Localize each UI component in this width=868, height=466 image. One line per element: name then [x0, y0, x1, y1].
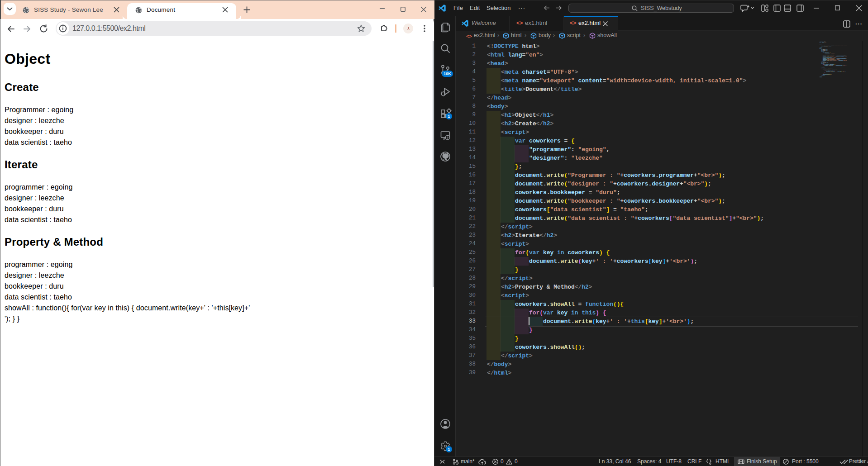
svg-text:<>: <>: [466, 34, 472, 39]
svg-text:<>: <>: [516, 20, 523, 27]
svg-text:<>: <>: [570, 20, 576, 27]
